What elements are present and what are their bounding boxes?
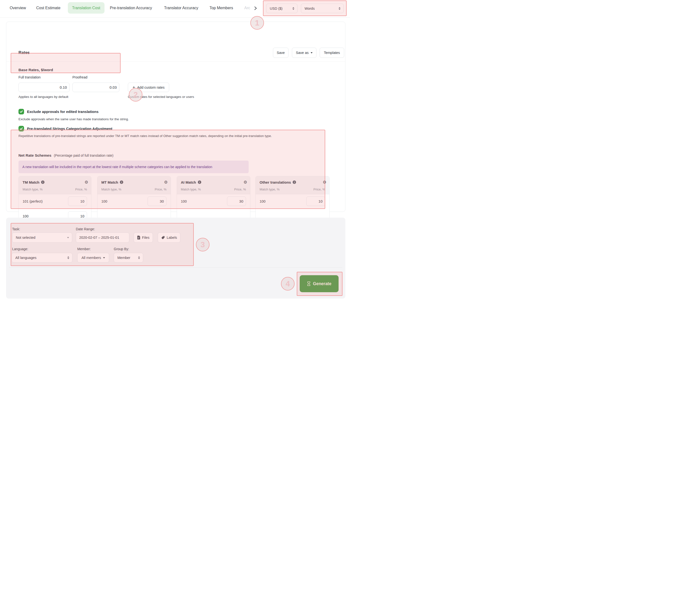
price-column-label: Price, %: [155, 187, 167, 192]
other-100-price-input[interactable]: [306, 197, 325, 206]
custom-rates-note: Custom rates for selected languages or u…: [128, 95, 194, 99]
match-type-value: 100: [181, 200, 187, 203]
full-translation-rate-input[interactable]: [19, 83, 70, 92]
labels-button[interactable]: Labels: [158, 232, 180, 243]
exclude-approvals-checkbox[interactable]: [19, 109, 24, 114]
match-type-value: 100: [101, 200, 107, 203]
price-column-label: Price, %: [234, 187, 246, 192]
updown-icon: [138, 256, 140, 259]
mt-match-title: MT Match: [101, 180, 118, 184]
tab-pre-translation-accuracy[interactable]: Pre-translation Accuracy: [110, 6, 152, 10]
tab-top-members[interactable]: Top Members: [209, 6, 233, 10]
ai-100-price-input[interactable]: [227, 197, 246, 206]
checkmark-icon: [20, 110, 23, 113]
base-rates-heading: Base Rates, $/word: [19, 68, 53, 72]
pretranslated-adjustment-checkbox[interactable]: [19, 126, 24, 131]
member-value: All members: [81, 256, 101, 260]
add-custom-rates-button[interactable]: + Add custom rates: [128, 83, 169, 92]
net-rate-schemes-heading: Net Rate Schemes (Percentage paid of ful…: [19, 153, 114, 158]
date-range-input[interactable]: [76, 232, 129, 243]
lowest-rate-notice: A new translation will be included in th…: [19, 161, 249, 173]
updown-icon: [292, 7, 294, 10]
generate-button[interactable]: Generate: [300, 275, 339, 292]
price-column-label: Price, %: [75, 187, 87, 192]
task-value: Not selected: [16, 236, 67, 239]
header-divider: [6, 61, 345, 61]
full-translation-label: Full translation: [19, 75, 41, 79]
match-type-value: 100: [259, 200, 266, 203]
language-label: Language:: [12, 247, 28, 251]
exclude-approvals-label: Exclude approvals for edited translation…: [27, 109, 98, 114]
checkmark-icon: [20, 127, 23, 130]
currency-value: USD ($): [270, 6, 292, 10]
other-translations-title: Other translations: [259, 180, 291, 184]
exclude-approvals-description: Exclude approvals when the same user has…: [19, 117, 129, 122]
gear-icon[interactable]: ⚙: [323, 180, 326, 184]
member-select-button[interactable]: All members: [77, 253, 109, 263]
units-value: Words: [304, 6, 339, 10]
group-by-select[interactable]: Member: [114, 253, 143, 263]
net-rate-schemes-title-text: Net Rate Schemes: [19, 153, 51, 157]
caret-down-icon: [67, 237, 69, 238]
hourglass-icon: [307, 281, 310, 286]
other-row-100: 100: [259, 197, 325, 206]
member-label: Member:: [77, 247, 91, 251]
info-icon[interactable]: i: [120, 181, 123, 184]
match-type-column-label: Match type, %: [259, 187, 279, 192]
tab-translator-accuracy[interactable]: Translator Accuracy: [164, 6, 198, 10]
language-value: All languages: [15, 256, 67, 260]
language-select[interactable]: All languages: [12, 253, 72, 263]
pretranslated-adjustment-label: Pre-translated Strings Categorization Ad…: [27, 127, 112, 131]
plus-icon: +: [132, 85, 135, 89]
match-type-column-label: Match type, %: [101, 187, 121, 192]
group-by-value: Member: [117, 256, 138, 260]
task-select[interactable]: Not selected: [12, 232, 72, 243]
tab-archive-truncated[interactable]: Arc: [244, 6, 250, 10]
task-label: Task:: [12, 227, 20, 231]
tabs-overflow-chevron-icon[interactable]: [253, 6, 257, 11]
units-select[interactable]: Words: [301, 4, 344, 13]
match-type-column-label: Match type, %: [181, 187, 201, 192]
mt-match-card-header: MT Match i ⚙ Match type, % Price, %: [97, 176, 171, 194]
ai-match-title: AI Match: [181, 180, 196, 184]
tm-match-card-header: TM Match i ⚙ Match type, % Price, %: [19, 176, 91, 194]
info-icon[interactable]: i: [41, 181, 45, 184]
caret-down-icon: [310, 52, 312, 53]
tm-match-row-101: 101 (perfect): [23, 197, 87, 206]
net-rate-schemes-subheading: (Percentage paid of full translation rat…: [54, 154, 114, 157]
rates-card: Rates Save Save as Templates Base Rates,…: [6, 22, 345, 212]
labels-label: Labels: [167, 236, 177, 239]
rates-title: Rates: [19, 50, 30, 55]
proofread-rate-input[interactable]: [72, 83, 119, 92]
date-range-label: Date Range:: [76, 227, 95, 231]
info-icon[interactable]: i: [293, 181, 296, 184]
updown-icon: [67, 256, 69, 259]
match-type-column-label: Match type, %: [23, 187, 43, 192]
save-button[interactable]: Save: [273, 48, 289, 58]
report-tabs-bar: Overview Cost Estimate Translation Cost …: [0, 0, 350, 18]
tab-translation-cost-active[interactable]: Translation Cost: [68, 2, 104, 14]
tm-101-price-input[interactable]: [68, 197, 87, 206]
base-rates-default-note: Applies to all languages by default: [19, 95, 68, 99]
gear-icon[interactable]: ⚙: [244, 180, 247, 184]
gear-icon[interactable]: ⚙: [84, 180, 88, 184]
files-label: Files: [142, 236, 149, 239]
generate-label: Generate: [313, 281, 331, 286]
mt-100-price-input[interactable]: [148, 197, 167, 206]
report-settings-page: Overview Cost Estimate Translation Cost …: [0, 0, 350, 300]
gear-icon[interactable]: ⚙: [164, 180, 168, 184]
ai-match-card-header: AI Match i ⚙ Match type, % Price, %: [177, 176, 250, 194]
price-column-label: Price, %: [314, 187, 325, 192]
mt-match-row-100: 100: [101, 197, 167, 206]
tab-overview[interactable]: Overview: [10, 6, 26, 10]
save-as-button[interactable]: Save as: [292, 48, 317, 58]
tab-cost-estimate[interactable]: Cost Estimate: [36, 6, 60, 10]
proofread-label: Proofread: [72, 75, 87, 79]
ai-match-row-100: 100: [181, 197, 246, 206]
currency-select[interactable]: USD ($): [266, 4, 298, 13]
info-icon[interactable]: i: [198, 181, 201, 184]
tm-match-title: TM Match: [23, 180, 40, 184]
templates-button[interactable]: Templates: [320, 48, 344, 58]
updown-icon: [339, 7, 341, 10]
files-button[interactable]: Files: [134, 232, 153, 243]
